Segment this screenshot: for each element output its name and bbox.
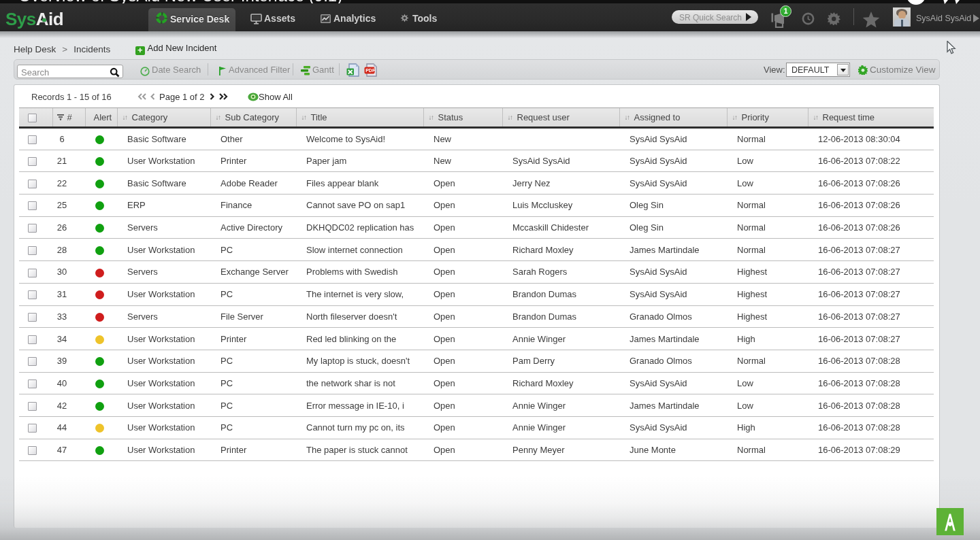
svg-text:PDF: PDF — [365, 68, 376, 73]
